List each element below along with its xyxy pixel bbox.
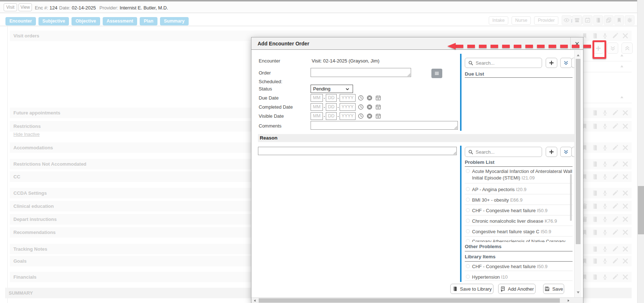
problem-radio[interactable]	[466, 198, 470, 202]
section-book-button[interactable]	[591, 203, 598, 210]
date-yyyy-input[interactable]: YYYY	[340, 112, 356, 120]
order-list-button[interactable]	[431, 69, 442, 78]
section-mic-button[interactable]	[602, 32, 608, 39]
section-xmark-button[interactable]	[622, 229, 629, 236]
section-mic-button[interactable]	[602, 203, 608, 210]
section-book-button[interactable]	[591, 173, 598, 180]
problem-expand-button[interactable]	[560, 147, 572, 157]
view-button[interactable]: View	[19, 3, 32, 11]
section-xmark-button[interactable]	[622, 173, 629, 180]
section-pencil-button[interactable]	[612, 203, 619, 210]
section-pencil-button[interactable]	[612, 246, 619, 252]
set-time-button[interactable]	[358, 113, 364, 120]
toolbar-book-button[interactable]	[593, 15, 603, 25]
scroll-right-icon[interactable]	[566, 299, 570, 303]
date-mm-input[interactable]: MM	[311, 112, 323, 120]
tab-plan[interactable]: Plan	[140, 17, 157, 25]
date-mm-input[interactable]: MM	[311, 103, 323, 111]
order-input-resize[interactable]	[407, 73, 410, 76]
section-pencil-button[interactable]	[612, 274, 619, 280]
due-add-button[interactable]	[546, 58, 557, 68]
problem-list-item[interactable]: Acute Myocardial Infarction of Anterolat…	[465, 168, 573, 181]
section-mic-button[interactable]	[602, 144, 608, 151]
toolbar-bookmark-button[interactable]	[614, 15, 624, 25]
pick-date-button[interactable]	[375, 113, 382, 120]
scroll-down-icon[interactable]	[576, 290, 581, 295]
section-book-button[interactable]	[591, 144, 598, 151]
reason-input[interactable]	[258, 147, 457, 155]
section-xmark-button[interactable]	[622, 203, 629, 210]
problem-list-item[interactable]: AP - Angina pectoris I20.9	[465, 186, 573, 193]
pick-date-button[interactable]	[375, 95, 382, 101]
section-pencil-button[interactable]	[612, 258, 619, 264]
comments-textarea[interactable]	[311, 121, 458, 130]
problem-list-scrollbar-thumb[interactable]	[570, 174, 572, 221]
collapse-triangle-icon[interactable]	[619, 64, 624, 69]
section-book-button[interactable]	[591, 229, 598, 236]
section-mic-button[interactable]	[602, 109, 608, 116]
clear-date-button[interactable]	[366, 113, 373, 120]
section-book-button[interactable]	[591, 32, 598, 39]
section-xmark-button[interactable]	[622, 123, 629, 130]
scroll-up-icon[interactable]	[576, 53, 581, 58]
library-radio[interactable]	[466, 264, 470, 268]
save-button[interactable]: Save	[543, 284, 564, 294]
library-radio[interactable]	[466, 275, 470, 279]
toolbar-eye-button[interactable]	[562, 15, 571, 25]
section-book-button[interactable]	[591, 109, 598, 116]
section-pencil-button[interactable]	[612, 144, 619, 151]
hide-inactive-link[interactable]: Hide Inactive	[13, 132, 40, 137]
add-another-button[interactable]: Add Another	[498, 284, 536, 294]
date-yyyy-input[interactable]: YYYY	[340, 94, 356, 102]
section-mic-button[interactable]	[602, 274, 608, 280]
toolbar-gear-button[interactable]	[625, 15, 635, 25]
comments-resize[interactable]	[454, 126, 457, 129]
set-time-button[interactable]	[358, 95, 364, 101]
save-to-library-button[interactable]: Save to Library	[450, 284, 493, 294]
date-dd-input[interactable]: DD	[326, 112, 337, 120]
section-mic-button[interactable]	[602, 161, 608, 167]
section-book-button[interactable]	[591, 274, 598, 280]
dialog-vertical-scrollbar[interactable]	[574, 50, 581, 297]
section-xmark-button[interactable]	[622, 216, 629, 223]
section-xmark-button[interactable]	[622, 109, 629, 116]
tab-assessment[interactable]: Assessment	[103, 17, 138, 25]
date-dd-input[interactable]: DD	[326, 94, 337, 102]
section-xmark-button[interactable]	[622, 32, 629, 39]
page-scrollbar[interactable]	[637, 0, 644, 303]
section-xmark-button[interactable]	[622, 274, 629, 280]
scroll-left-icon[interactable]	[253, 299, 257, 303]
section-book-button[interactable]	[591, 123, 598, 130]
tab-encounter[interactable]: Encounter	[5, 17, 36, 25]
toolbar-calcheck-button[interactable]	[583, 15, 592, 25]
due-expand-button[interactable]	[560, 58, 572, 68]
library-list-item[interactable]: Hypertension I10	[465, 274, 573, 280]
section-pencil-button[interactable]	[612, 190, 619, 197]
section-pencil-button[interactable]	[612, 123, 619, 130]
section-mic-button[interactable]	[602, 258, 608, 264]
section-pencil-button[interactable]	[612, 173, 619, 180]
date-mm-input[interactable]: MM	[311, 94, 323, 102]
problem-radio[interactable]	[466, 229, 470, 233]
status-select[interactable]: Pending	[311, 85, 353, 93]
stage-button-intake[interactable]: Intake	[489, 16, 508, 25]
date-dd-input[interactable]: DD	[326, 103, 337, 111]
set-time-button[interactable]	[358, 104, 364, 110]
problem-list-item[interactable]: Coronary Atherosclerosis of Native Coron…	[465, 238, 573, 242]
toolbar-copy-button[interactable]	[604, 15, 614, 25]
section-pencil-button[interactable]	[612, 109, 619, 116]
toolbar-archive-button[interactable]	[572, 15, 582, 25]
clear-date-button[interactable]	[366, 104, 373, 110]
section-mic-button[interactable]	[602, 190, 608, 197]
dialog-vscroll-thumb[interactable]	[576, 59, 581, 244]
section-book-button[interactable]	[591, 161, 598, 167]
tab-subjective[interactable]: Subjective	[38, 17, 69, 25]
section-mic-button[interactable]	[602, 123, 608, 130]
page-scrollbar-thumb[interactable]	[638, 186, 644, 234]
section-mic-button[interactable]	[602, 216, 608, 223]
section-mic-button[interactable]	[602, 229, 608, 236]
collapse-triangle-icon[interactable]	[619, 53, 624, 58]
stage-button-provider[interactable]: Provider	[534, 16, 558, 25]
section-book-button[interactable]	[591, 246, 598, 252]
section-xmark-button[interactable]	[622, 190, 629, 197]
